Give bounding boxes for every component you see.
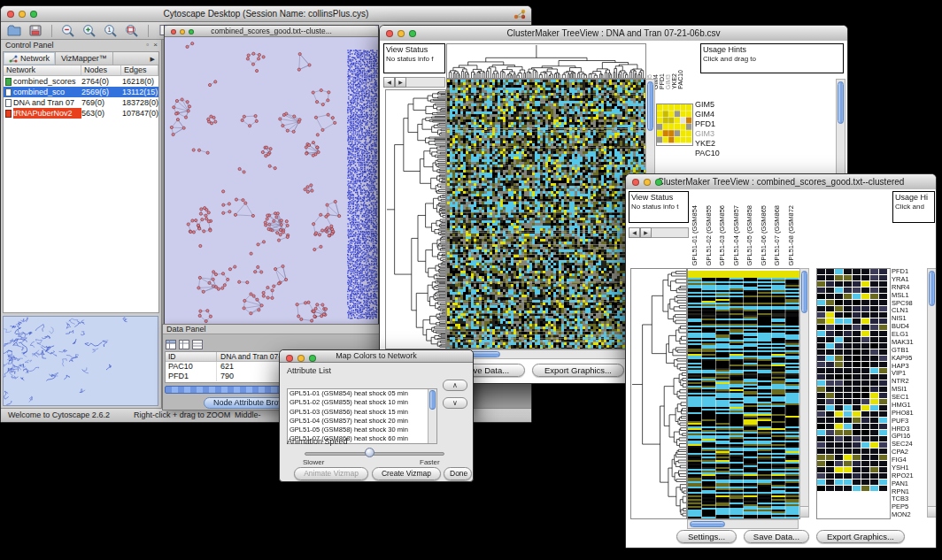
close-button[interactable] xyxy=(632,179,639,186)
create-vizmap-button[interactable]: Create Vizmap xyxy=(372,467,441,480)
attribute-item[interactable]: GPL51-05 (GSM858) heat shock 30 min xyxy=(288,426,436,434)
dna-gene-list: GIM5GIM4PFD1GIM3YKE2PAC10 xyxy=(695,100,736,162)
zoom-fit-icon[interactable] xyxy=(124,23,140,38)
zoom-out-icon[interactable] xyxy=(60,23,76,38)
minimize-button[interactable] xyxy=(19,11,26,18)
heatmap-hscrollbar[interactable] xyxy=(687,519,799,529)
gene-label[interactable]: GIM4 xyxy=(695,110,736,119)
network-table-row[interactable]: DNA and Tran 07 769(0) 183728(0) xyxy=(4,97,158,108)
gene-label[interactable]: PFD1 xyxy=(695,119,736,129)
birdseye-canvas[interactable] xyxy=(4,317,158,405)
col-id[interactable]: ID xyxy=(166,352,217,361)
open-session-icon[interactable] xyxy=(6,23,22,38)
close-button[interactable] xyxy=(386,30,393,37)
birdseye-view[interactable] xyxy=(3,316,158,406)
treeview-combined-titlebar[interactable]: ClusterMaker TreeView : combined_scores_… xyxy=(626,174,936,190)
combined-right-heatmap-canvas[interactable] xyxy=(816,268,891,519)
scroll-left-icon[interactable]: ◀ xyxy=(383,77,395,88)
zoom-button[interactable] xyxy=(309,355,316,362)
zoom-button[interactable] xyxy=(189,29,194,35)
scroll-left-icon[interactable]: ◀ xyxy=(629,227,640,238)
zoom-button[interactable] xyxy=(409,30,416,37)
done-button[interactable]: Done xyxy=(444,467,472,480)
vscroll-arrows[interactable] xyxy=(928,506,936,517)
gene-label[interactable]: GIM5 xyxy=(695,100,736,110)
tabs-more-icon[interactable]: ▶ xyxy=(147,52,158,65)
dna-row-dendrogram-canvas[interactable] xyxy=(385,89,446,349)
tab-network[interactable]: Network xyxy=(4,52,56,65)
gene-label[interactable]: PUF3 xyxy=(892,418,925,426)
nav-track[interactable] xyxy=(406,77,445,88)
minimize-button[interactable] xyxy=(398,30,405,37)
save-session-icon[interactable] xyxy=(27,23,43,38)
attribute-item[interactable]: GPL51-01 (GSM854) heat shock 05 min xyxy=(288,389,436,398)
attribute-item[interactable]: GPL51-03 (GSM856) heat shock 15 min xyxy=(288,408,436,417)
combined-row-dendrogram-canvas[interactable] xyxy=(630,268,687,519)
network-table-row[interactable]: tRNAPuberNov2 563(0) 107847(0) xyxy=(4,108,158,119)
network-view-canvas[interactable] xyxy=(165,37,378,326)
move-down-button[interactable]: ∨ xyxy=(443,397,467,409)
scroll-right-icon[interactable]: ▶ xyxy=(640,227,652,238)
col-nodes[interactable]: Nodes xyxy=(81,65,121,75)
combined-heatmap-canvas[interactable] xyxy=(687,268,800,519)
network-table-row[interactable]: combined_scores 2764(0) 16218(0) xyxy=(4,76,158,87)
zoom-button[interactable] xyxy=(655,179,662,186)
genelist-vscrollbar[interactable] xyxy=(927,268,936,518)
export-graphics-button[interactable]: Export Graphics... xyxy=(532,364,624,377)
gene-label[interactable]: PAC10 xyxy=(695,149,736,158)
nav-track[interactable] xyxy=(652,227,689,238)
attribute-list[interactable]: GPL51-01 (GSM854) heat shock 05 minGPL51… xyxy=(287,388,437,444)
gene-label[interactable]: MSL1 xyxy=(892,292,925,300)
network-frame-titlebar[interactable]: combined_scores_good.txt--cluste... xyxy=(165,26,378,37)
save-data-button[interactable]: Save Data... xyxy=(744,530,809,543)
main-titlebar[interactable]: Cytoscape Desktop (Session Name: collins… xyxy=(1,6,531,22)
control-panel-title: Control Panel xyxy=(5,41,54,50)
heatmap-hscrollbar[interactable] xyxy=(446,349,645,359)
gene-label[interactable]: PAN1 xyxy=(892,480,925,488)
scroll-right-icon[interactable]: ▶ xyxy=(395,77,406,88)
heatmap-vscrollbar[interactable] xyxy=(799,268,809,518)
slower-label: Slower xyxy=(303,458,324,466)
float-panel-icon[interactable]: ▫ xyxy=(146,40,149,50)
zoom-button[interactable] xyxy=(30,11,37,18)
attribute-list-scrollbar[interactable] xyxy=(428,389,436,443)
col-array-label: GPL51-01 (GSM854 xyxy=(688,205,702,265)
minimize-button[interactable] xyxy=(180,29,185,35)
treeview-dna-titlebar[interactable]: ClusterMaker TreeView : DNA and Tran 07-… xyxy=(380,26,847,42)
settings-button[interactable]: Settings... xyxy=(676,530,737,543)
dna-mini-heatmap-canvas[interactable] xyxy=(656,104,693,146)
dna-heatmap-canvas[interactable] xyxy=(446,79,646,349)
gene-label[interactable]: KAP95 xyxy=(892,355,925,363)
map-dialog-titlebar[interactable]: Map Colors to Network xyxy=(280,350,473,363)
animation-speed-slider[interactable] xyxy=(305,452,444,456)
gene-label[interactable]: YKE2 xyxy=(695,139,736,149)
close-panel-icon[interactable]: × xyxy=(153,40,158,50)
network-table-row[interactable]: combined_sco 2569(6) 13112(15) xyxy=(4,87,158,97)
gene-label[interactable]: GIM3 xyxy=(695,129,736,139)
slider-thumb[interactable] xyxy=(365,448,374,457)
animate-vizmap-button[interactable]: Animate Vizmap xyxy=(294,467,368,480)
vscroll-thumb[interactable] xyxy=(838,81,844,124)
move-up-button[interactable]: ∧ xyxy=(443,380,467,391)
col-edges[interactable]: Edges xyxy=(121,65,158,75)
attribute-item[interactable]: GPL51-04 (GSM857) heat shock 20 min xyxy=(288,417,436,426)
hscroll-thumb[interactable] xyxy=(690,521,725,527)
col-network[interactable]: Network xyxy=(4,65,81,75)
close-button[interactable] xyxy=(171,29,176,35)
attribute-item[interactable]: GPL51-02 (GSM855) heat shock 10 min xyxy=(288,398,436,407)
vscroll-thumb[interactable] xyxy=(801,271,807,313)
minimize-button[interactable] xyxy=(644,179,651,186)
gene-label[interactable]: MON2 xyxy=(892,511,925,519)
vscroll-arrows[interactable] xyxy=(800,506,808,517)
dna-col-dendrogram-canvas[interactable] xyxy=(446,43,646,79)
vscroll-thumb[interactable] xyxy=(929,271,935,306)
close-button[interactable] xyxy=(286,355,293,362)
zoom-actual-icon[interactable]: 1 xyxy=(103,23,119,38)
export-graphics-button[interactable]: Export Graphics... xyxy=(816,530,905,543)
tab-vizmapper[interactable]: VizMapper™ xyxy=(56,52,113,65)
zoom-in-icon[interactable] xyxy=(81,23,97,38)
close-button[interactable] xyxy=(7,11,14,18)
vscroll-thumb[interactable] xyxy=(429,390,436,410)
minimize-button[interactable] xyxy=(297,355,305,362)
vscroll-thumb[interactable] xyxy=(647,81,653,131)
